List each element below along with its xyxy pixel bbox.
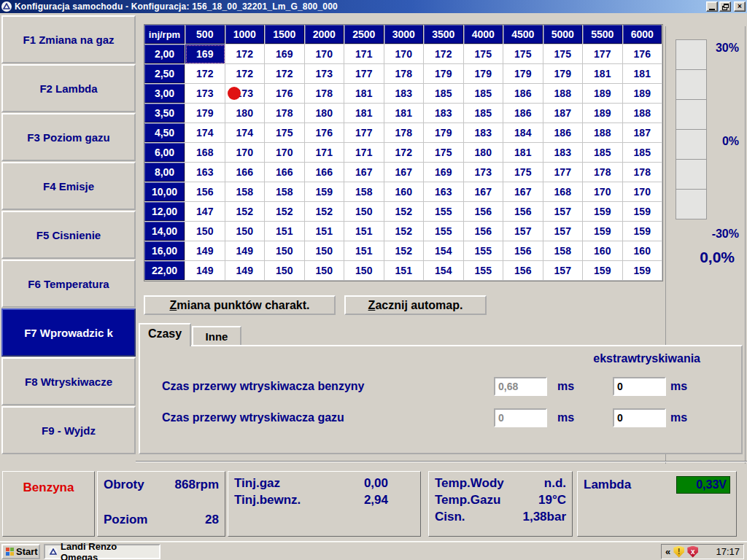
map-cell[interactable]: 152 — [384, 202, 425, 222]
map-cell[interactable]: 181 — [384, 104, 425, 123]
map-cell[interactable]: 163 — [185, 163, 225, 182]
map-cell[interactable]: 157 — [543, 202, 584, 222]
map-cell[interactable]: 150 — [265, 241, 305, 261]
map-cell[interactable]: 168 — [543, 182, 584, 202]
map-cell[interactable]: 178 — [384, 64, 425, 84]
map-cell[interactable]: 179 — [424, 64, 464, 84]
map-cell[interactable]: 185 — [464, 84, 504, 104]
map-cell[interactable]: 167 — [344, 163, 384, 182]
map-cell[interactable]: 175 — [543, 44, 584, 64]
map-cell[interactable]: 181 — [583, 64, 623, 84]
map-cell[interactable]: 176 — [623, 44, 663, 64]
gas-pause-input[interactable] — [494, 408, 547, 427]
map-cell[interactable]: 152 — [384, 222, 425, 241]
map-cell[interactable]: 150 — [185, 222, 225, 241]
map-cell[interactable]: 189 — [583, 104, 623, 123]
map-cell[interactable]: 172 — [225, 64, 266, 84]
sidebar-item-f9[interactable]: F9 - Wyjdz — [1, 406, 136, 454]
map-cell[interactable]: 186 — [503, 84, 543, 104]
change-points-button[interactable]: Zmiana punktów charakt. — [144, 295, 336, 315]
map-cell[interactable]: 168 — [185, 143, 225, 163]
map-cell[interactable]: 159 — [583, 261, 623, 281]
map-cell[interactable]: 171 — [305, 143, 345, 163]
map-cell[interactable]: 189 — [583, 84, 623, 104]
petrol-extra-input[interactable] — [613, 377, 666, 396]
map-cell[interactable]: 173 — [185, 84, 225, 104]
map-cell[interactable]: 152 — [225, 202, 266, 222]
map-cell[interactable]: 156 — [464, 202, 504, 222]
sidebar-item-f5[interactable]: F5 Cisnienie — [1, 211, 136, 259]
map-cell[interactable]: 185 — [424, 84, 464, 104]
map-cell[interactable]: 159 — [583, 222, 623, 241]
map-cell[interactable]: 159 — [623, 222, 663, 241]
map-cell[interactable]: 150 — [344, 202, 384, 222]
sidebar-item-f7[interactable]: F7 Wprowadzic k — [1, 308, 136, 357]
map-cell[interactable]: 155 — [464, 241, 504, 261]
map-cell[interactable]: 185 — [623, 143, 663, 163]
map-cell[interactable]: 154 — [424, 261, 464, 281]
map-cell[interactable]: 175 — [464, 44, 504, 64]
map-cell[interactable]: 176 — [305, 123, 345, 143]
map-cell[interactable]: 156 — [503, 261, 543, 281]
close-button[interactable]: × — [734, 1, 746, 12]
map-cell-selected[interactable]: 169 — [185, 44, 225, 64]
map-cell[interactable]: 156 — [503, 202, 543, 222]
map-cell[interactable]: 169 — [265, 44, 305, 64]
sidebar-item-f3[interactable]: F3 Poziom gazu — [1, 113, 136, 161]
tab-inne[interactable]: Inne — [192, 326, 241, 346]
map-cell[interactable]: 188 — [623, 104, 663, 123]
map-cell[interactable]: 156 — [464, 222, 504, 241]
map-cell[interactable]: 170 — [265, 143, 305, 163]
map-cell[interactable]: 175 — [503, 44, 543, 64]
map-cell[interactable]: 181 — [344, 104, 384, 123]
map-cell[interactable]: 175 — [503, 163, 543, 182]
sidebar-item-f6[interactable]: F6 Temperatura — [1, 260, 136, 308]
map-cell[interactable]: 170 — [305, 44, 345, 64]
map-cell[interactable]: 150 — [265, 261, 305, 281]
tray-chevron[interactable]: « — [665, 546, 670, 557]
map-cell[interactable]: 167 — [464, 182, 504, 202]
map-cell[interactable]: 149 — [225, 261, 266, 281]
map-cell[interactable]: 179 — [464, 64, 504, 84]
map-cell[interactable]: 158 — [225, 182, 266, 202]
map-cell[interactable]: 157 — [543, 261, 584, 281]
security-warning-icon[interactable]: ! — [673, 546, 684, 558]
map-cell[interactable]: 166 — [305, 163, 345, 182]
map-cell[interactable]: 181 — [623, 64, 663, 84]
map-cell[interactable]: 178 — [305, 84, 345, 104]
map-cell[interactable]: 157 — [543, 222, 584, 241]
map-cell[interactable]: 186 — [503, 104, 543, 123]
map-cell[interactable]: 187 — [623, 123, 663, 143]
map-cell[interactable]: 156 — [185, 182, 225, 202]
tab-czasy[interactable]: Czasy — [139, 323, 191, 346]
security-error-icon[interactable]: x — [687, 546, 698, 558]
map-cell[interactable]: 172 — [265, 64, 305, 84]
map-cell[interactable]: 152 — [305, 202, 345, 222]
map-cell[interactable]: 149 — [185, 241, 225, 261]
map-cell[interactable]: 167 — [384, 163, 425, 182]
map-cell[interactable]: 151 — [344, 241, 384, 261]
map-cell[interactable]: 186 — [543, 123, 584, 143]
sidebar-item-f2[interactable]: F2 Lambda — [1, 64, 136, 112]
map-cell[interactable]: 189 — [623, 84, 663, 104]
map-cell[interactable]: 151 — [384, 261, 425, 281]
map-cell[interactable]: 175 — [265, 123, 305, 143]
map-cell[interactable]: 184 — [503, 123, 543, 143]
map-cell[interactable]: 172 — [185, 64, 225, 84]
map-cell[interactable]: 187 — [543, 104, 584, 123]
map-cell[interactable]: 167 — [503, 182, 543, 202]
map-cell[interactable]: 160 — [583, 241, 623, 261]
map-cell[interactable]: 158 — [265, 182, 305, 202]
map-cell[interactable]: 172 — [225, 44, 266, 64]
map-cell[interactable]: 160 — [623, 241, 663, 261]
gas-extra-input[interactable] — [613, 408, 666, 427]
restore-button[interactable] — [719, 1, 731, 12]
minimize-button[interactable] — [706, 1, 718, 12]
map-cell[interactable]: 166 — [225, 163, 266, 182]
map-cell[interactable]: 173 — [464, 163, 504, 182]
map-cell[interactable]: 183 — [543, 143, 584, 163]
map-cell[interactable]: 183 — [464, 123, 504, 143]
map-cell[interactable]: 173 — [305, 64, 345, 84]
map-cell[interactable]: 177 — [344, 64, 384, 84]
map-cell[interactable]: 152 — [384, 241, 425, 261]
